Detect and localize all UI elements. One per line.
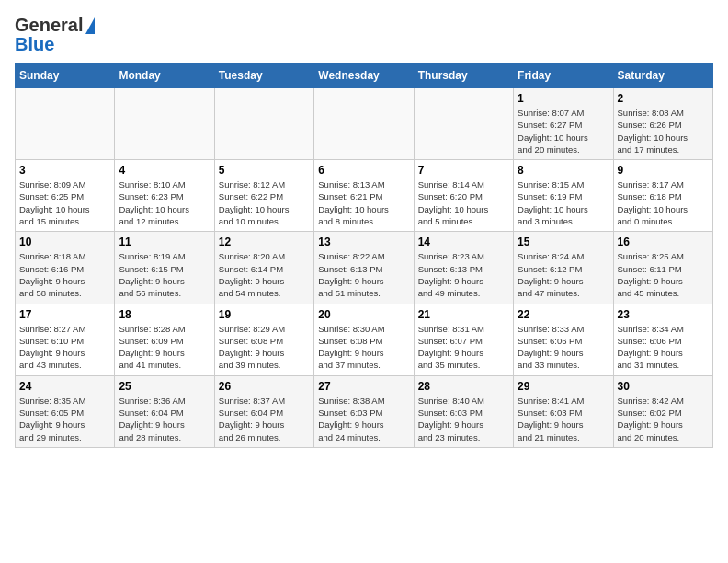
calendar-day-cell: 15Sunrise: 8:24 AM Sunset: 6:12 PM Dayli… [514, 232, 613, 304]
calendar-day-cell [16, 88, 115, 160]
day-info: Sunrise: 8:24 AM Sunset: 6:12 PM Dayligh… [518, 250, 609, 299]
day-of-week-header: Tuesday [214, 63, 313, 88]
day-info: Sunrise: 8:09 AM Sunset: 6:25 PM Dayligh… [19, 178, 110, 227]
day-info: Sunrise: 8:33 AM Sunset: 6:06 PM Dayligh… [518, 323, 609, 372]
calendar-week-row: 24Sunrise: 8:35 AM Sunset: 6:05 PM Dayli… [16, 375, 713, 447]
day-number: 14 [418, 236, 509, 248]
calendar-day-cell: 23Sunrise: 8:34 AM Sunset: 6:06 PM Dayli… [613, 304, 712, 375]
calendar-day-cell: 26Sunrise: 8:37 AM Sunset: 6:04 PM Dayli… [214, 375, 313, 447]
day-info: Sunrise: 8:07 AM Sunset: 6:27 PM Dayligh… [518, 107, 609, 155]
day-info: Sunrise: 8:08 AM Sunset: 6:26 PM Dayligh… [618, 107, 709, 155]
calendar-day-cell: 10Sunrise: 8:18 AM Sunset: 6:16 PM Dayli… [16, 232, 115, 304]
day-of-week-header: Wednesday [314, 63, 414, 88]
calendar-day-cell: 14Sunrise: 8:23 AM Sunset: 6:13 PM Dayli… [414, 232, 513, 304]
day-of-week-header: Friday [514, 63, 613, 88]
calendar-header: SundayMondayTuesdayWednesdayThursdayFrid… [16, 63, 713, 88]
day-number: 2 [618, 92, 709, 105]
day-number: 29 [518, 380, 609, 393]
day-info: Sunrise: 8:23 AM Sunset: 6:13 PM Dayligh… [418, 250, 509, 299]
calendar-day-cell: 5Sunrise: 8:12 AM Sunset: 6:22 PM Daylig… [214, 160, 313, 232]
calendar-day-cell: 12Sunrise: 8:20 AM Sunset: 6:14 PM Dayli… [214, 232, 313, 304]
calendar-day-cell: 20Sunrise: 8:30 AM Sunset: 6:08 PM Dayli… [314, 304, 414, 375]
calendar-day-cell [115, 88, 214, 160]
calendar-day-cell: 16Sunrise: 8:25 AM Sunset: 6:11 PM Dayli… [613, 232, 712, 304]
day-number: 18 [119, 308, 210, 321]
day-info: Sunrise: 8:12 AM Sunset: 6:22 PM Dayligh… [219, 178, 310, 227]
calendar-day-cell: 9Sunrise: 8:17 AM Sunset: 6:18 PM Daylig… [613, 160, 712, 232]
calendar-day-cell: 22Sunrise: 8:33 AM Sunset: 6:06 PM Dayli… [514, 304, 613, 375]
day-of-week-header: Sunday [16, 63, 115, 88]
day-of-week-header: Thursday [414, 63, 513, 88]
calendar-day-cell: 19Sunrise: 8:29 AM Sunset: 6:08 PM Dayli… [214, 304, 313, 375]
day-number: 9 [618, 164, 709, 177]
day-number: 12 [219, 236, 310, 248]
calendar-table: SundayMondayTuesdayWednesdayThursdayFrid… [15, 63, 713, 448]
day-number: 13 [318, 236, 409, 248]
day-info: Sunrise: 8:13 AM Sunset: 6:21 PM Dayligh… [318, 178, 409, 227]
calendar-week-row: 17Sunrise: 8:27 AM Sunset: 6:10 PM Dayli… [16, 304, 713, 375]
day-number: 15 [518, 236, 609, 248]
day-number: 8 [518, 164, 609, 177]
day-number: 5 [219, 164, 310, 177]
calendar-day-cell: 13Sunrise: 8:22 AM Sunset: 6:13 PM Dayli… [314, 232, 414, 304]
day-info: Sunrise: 8:30 AM Sunset: 6:08 PM Dayligh… [318, 323, 409, 372]
day-info: Sunrise: 8:41 AM Sunset: 6:03 PM Dayligh… [518, 395, 609, 443]
calendar-day-cell: 18Sunrise: 8:28 AM Sunset: 6:09 PM Dayli… [115, 304, 214, 375]
day-of-week-header: Saturday [613, 63, 712, 88]
calendar-day-cell: 1Sunrise: 8:07 AM Sunset: 6:27 PM Daylig… [514, 88, 613, 160]
calendar-day-cell [414, 88, 513, 160]
day-number: 16 [618, 236, 709, 248]
logo-blue: Blue [15, 34, 54, 55]
day-number: 30 [618, 380, 709, 393]
day-info: Sunrise: 8:34 AM Sunset: 6:06 PM Dayligh… [618, 323, 709, 372]
calendar-day-cell: 28Sunrise: 8:40 AM Sunset: 6:03 PM Dayli… [414, 375, 513, 447]
logo: General Blue [15, 15, 95, 55]
day-number: 1 [518, 92, 609, 105]
day-number: 24 [19, 380, 110, 393]
day-number: 10 [19, 236, 110, 248]
calendar-day-cell: 29Sunrise: 8:41 AM Sunset: 6:03 PM Dayli… [514, 375, 613, 447]
calendar-day-cell: 4Sunrise: 8:10 AM Sunset: 6:23 PM Daylig… [115, 160, 214, 232]
calendar-day-cell: 30Sunrise: 8:42 AM Sunset: 6:02 PM Dayli… [613, 375, 712, 447]
calendar-body: 1Sunrise: 8:07 AM Sunset: 6:27 PM Daylig… [16, 88, 713, 448]
logo-general: General [15, 15, 83, 36]
calendar-day-cell: 6Sunrise: 8:13 AM Sunset: 6:21 PM Daylig… [314, 160, 414, 232]
day-info: Sunrise: 8:36 AM Sunset: 6:04 PM Dayligh… [119, 395, 210, 443]
calendar-day-cell: 21Sunrise: 8:31 AM Sunset: 6:07 PM Dayli… [414, 304, 513, 375]
day-number: 19 [219, 308, 310, 321]
calendar-day-cell: 8Sunrise: 8:15 AM Sunset: 6:19 PM Daylig… [514, 160, 613, 232]
day-info: Sunrise: 8:42 AM Sunset: 6:02 PM Dayligh… [618, 395, 709, 443]
day-info: Sunrise: 8:19 AM Sunset: 6:15 PM Dayligh… [119, 250, 210, 299]
calendar-day-cell: 2Sunrise: 8:08 AM Sunset: 6:26 PM Daylig… [613, 88, 712, 160]
day-of-week-header: Monday [115, 63, 214, 88]
calendar-day-cell: 17Sunrise: 8:27 AM Sunset: 6:10 PM Dayli… [16, 304, 115, 375]
day-info: Sunrise: 8:29 AM Sunset: 6:08 PM Dayligh… [219, 323, 310, 372]
calendar-week-row: 10Sunrise: 8:18 AM Sunset: 6:16 PM Dayli… [16, 232, 713, 304]
day-info: Sunrise: 8:22 AM Sunset: 6:13 PM Dayligh… [318, 250, 409, 299]
day-number: 3 [19, 164, 110, 177]
day-number: 22 [518, 308, 609, 321]
calendar-day-cell [314, 88, 414, 160]
day-info: Sunrise: 8:25 AM Sunset: 6:11 PM Dayligh… [618, 250, 709, 299]
calendar-day-cell: 24Sunrise: 8:35 AM Sunset: 6:05 PM Dayli… [16, 375, 115, 447]
calendar-day-cell: 25Sunrise: 8:36 AM Sunset: 6:04 PM Dayli… [115, 375, 214, 447]
day-number: 21 [418, 308, 509, 321]
day-number: 25 [119, 380, 210, 393]
calendar-day-cell: 7Sunrise: 8:14 AM Sunset: 6:20 PM Daylig… [414, 160, 513, 232]
day-number: 20 [318, 308, 409, 321]
day-info: Sunrise: 8:17 AM Sunset: 6:18 PM Dayligh… [618, 178, 709, 227]
day-info: Sunrise: 8:15 AM Sunset: 6:19 PM Dayligh… [518, 178, 609, 227]
day-number: 6 [318, 164, 409, 177]
logo-triangle-icon [85, 17, 95, 34]
day-number: 26 [219, 380, 310, 393]
day-info: Sunrise: 8:31 AM Sunset: 6:07 PM Dayligh… [418, 323, 509, 372]
day-number: 7 [418, 164, 509, 177]
day-number: 17 [19, 308, 110, 321]
day-info: Sunrise: 8:40 AM Sunset: 6:03 PM Dayligh… [418, 395, 509, 443]
calendar-day-cell [214, 88, 313, 160]
day-number: 23 [618, 308, 709, 321]
day-info: Sunrise: 8:35 AM Sunset: 6:05 PM Dayligh… [19, 395, 110, 443]
day-number: 27 [318, 380, 409, 393]
calendar-day-cell: 27Sunrise: 8:38 AM Sunset: 6:03 PM Dayli… [314, 375, 414, 447]
day-info: Sunrise: 8:18 AM Sunset: 6:16 PM Dayligh… [19, 250, 110, 299]
